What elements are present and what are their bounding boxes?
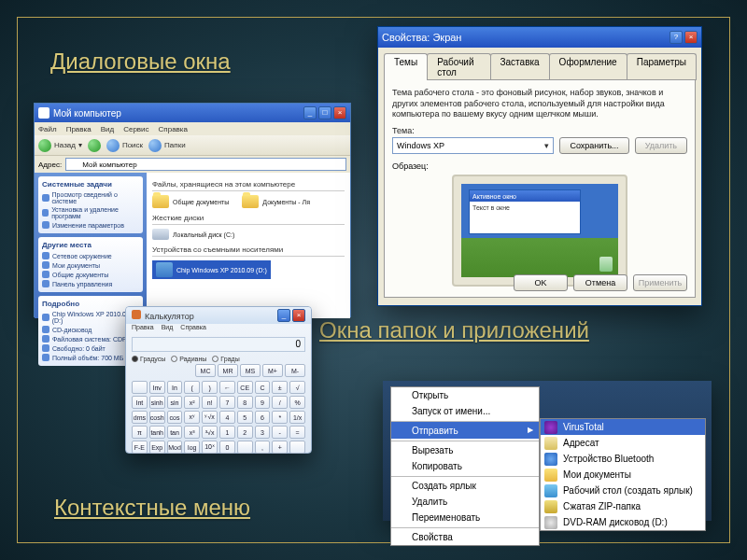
menu-item[interactable]: Переименовать [391, 510, 539, 525]
calc-key[interactable]: 5 [237, 411, 253, 424]
submenu-item[interactable]: Мои документы [541, 467, 705, 483]
calc-key[interactable]: ʸ√x [202, 411, 218, 424]
address-input[interactable]: Мой компьютер [65, 158, 346, 171]
calc-key[interactable]: tan [167, 426, 183, 439]
minimize-button[interactable]: _ [303, 106, 317, 119]
submenu-item[interactable]: DVD-RAM дисковод (D:) [541, 514, 705, 530]
calc-key[interactable]: 10ˣ [202, 441, 218, 454]
help-button[interactable]: ? [669, 31, 683, 44]
calc-titlebar[interactable]: Калькулятор _× [126, 307, 311, 324]
sidebar-item[interactable]: Общие документы [42, 270, 139, 279]
mode-radio[interactable]: Грады [212, 356, 239, 362]
calc-key[interactable]: x³ [184, 426, 200, 439]
menu-item[interactable]: Вырезать [391, 441, 539, 458]
calc-key[interactable]: dms [132, 411, 148, 424]
calc-key[interactable]: xʸ [184, 411, 200, 424]
calc-key[interactable]: n! [202, 396, 218, 409]
sidebar-item[interactable]: Установка и удаление программ [42, 205, 139, 220]
submenu-item[interactable]: Устройство Bluetooth [541, 451, 705, 467]
calc-key[interactable]: 1/x [289, 411, 305, 424]
calc-key[interactable]: Inv [149, 381, 165, 394]
menu-item[interactable]: Запуск от имени... [391, 403, 539, 419]
mode-radio[interactable]: Радианы [171, 356, 206, 362]
sidebar-item[interactable]: Мои документы [42, 260, 139, 270]
explorer-titlebar[interactable]: Мой компьютер _ □ × [35, 104, 350, 122]
minimize-button[interactable]: _ [277, 309, 290, 322]
forward-button[interactable] [88, 139, 101, 152]
calc-key[interactable]: 3 [255, 426, 271, 439]
calc-key[interactable]: , [255, 441, 271, 454]
drive-item[interactable]: Локальный диск (C:) [152, 229, 234, 240]
menu-item[interactable]: Вид [101, 125, 114, 133]
calc-key[interactable]: C [255, 381, 271, 394]
tab-3[interactable]: Оформление [549, 53, 627, 80]
submenu-item[interactable]: Адресат [541, 435, 705, 451]
search-button[interactable]: Поиск [106, 139, 143, 152]
calc-key-M+[interactable]: M+ [262, 364, 283, 377]
calc-key[interactable]: ← [219, 381, 235, 394]
menu-item[interactable]: Правка [132, 324, 154, 335]
close-button[interactable]: × [333, 106, 346, 119]
folder-item[interactable]: Документы - Ля [242, 195, 310, 208]
sidebar-item[interactable]: Просмотр сведений о системе [42, 190, 139, 205]
calc-key-MC[interactable]: MC [195, 364, 216, 377]
calc-key-MR[interactable]: MR [218, 364, 238, 377]
close-button[interactable]: × [292, 309, 305, 322]
calc-key[interactable]: 7 [219, 396, 235, 409]
calc-key-M-[interactable]: M- [285, 364, 305, 377]
calc-key[interactable]: ( [184, 381, 200, 394]
back-button[interactable]: Назад ▾ [38, 139, 82, 152]
submenu-item[interactable]: VirusTotal [541, 419, 705, 435]
calc-key[interactable] [237, 441, 253, 454]
delete-theme-button[interactable]: Удалить [635, 137, 687, 154]
maximize-button[interactable]: □ [318, 106, 331, 119]
calc-key[interactable]: Mod [167, 441, 183, 454]
dialog-titlebar[interactable]: Свойства: Экран ?× [378, 27, 701, 48]
folders-button[interactable]: Папки [148, 139, 186, 152]
calc-key[interactable]: CE [237, 381, 253, 394]
menu-item[interactable]: Вид [162, 324, 174, 335]
calc-key[interactable]: 0 [219, 441, 235, 454]
menu-item[interactable]: Файл [38, 125, 57, 133]
calc-key[interactable]: √ [289, 381, 305, 394]
calc-key[interactable]: ) [202, 381, 218, 394]
menu-item[interactable]: Правка [66, 125, 92, 133]
menu-item[interactable]: Копировать [391, 458, 539, 474]
calc-key[interactable]: x² [184, 396, 200, 409]
ok-button[interactable]: OK [514, 274, 568, 291]
calc-key[interactable]: F-E [132, 441, 148, 454]
tab-4[interactable]: Параметры [627, 53, 697, 80]
folder-item[interactable]: Общие документы [152, 195, 229, 208]
close-button[interactable]: × [684, 31, 698, 44]
calc-key[interactable]: ± [272, 381, 288, 394]
calc-key[interactable]: 2 [237, 426, 253, 439]
calc-key[interactable]: / [272, 396, 288, 409]
calc-key[interactable]: In [167, 381, 183, 394]
calc-key[interactable]: sinh [149, 396, 165, 409]
menu-item[interactable]: Свойства [391, 527, 539, 545]
calc-key[interactable]: log [184, 441, 200, 454]
calc-key[interactable] [289, 441, 305, 454]
calc-key[interactable]: cos [167, 411, 183, 424]
calc-key[interactable]: ³√x [202, 426, 218, 439]
calc-key[interactable]: % [289, 396, 305, 409]
menu-item[interactable]: Создать ярлык [391, 476, 539, 494]
tab-1[interactable]: Рабочий стол [427, 53, 490, 80]
save-theme-button[interactable]: Сохранить... [559, 137, 628, 154]
apply-button[interactable]: Применить [633, 274, 687, 291]
menu-item[interactable]: Удалить [391, 494, 539, 510]
calc-key-MS[interactable]: MS [240, 364, 261, 377]
calc-key[interactable]: = [289, 426, 305, 439]
calc-key[interactable]: sin [167, 396, 183, 409]
mode-radio[interactable]: Градусы [132, 356, 165, 362]
calc-key[interactable]: tanh [149, 426, 165, 439]
explorer-menubar[interactable]: ФайлПравкаВидСервисСправка [35, 122, 350, 135]
calc-key[interactable]: Int [132, 396, 148, 409]
calc-menubar[interactable]: ПравкаВидСправка [126, 324, 311, 335]
calc-key[interactable]: Exp [149, 441, 165, 454]
submenu-item[interactable]: Сжатая ZIP-папка [541, 498, 705, 514]
calc-key[interactable]: cosh [149, 411, 165, 424]
theme-combobox[interactable]: Windows XP [392, 137, 554, 154]
tab-0[interactable]: Темы [384, 53, 428, 80]
calc-key[interactable]: 1 [219, 426, 235, 439]
